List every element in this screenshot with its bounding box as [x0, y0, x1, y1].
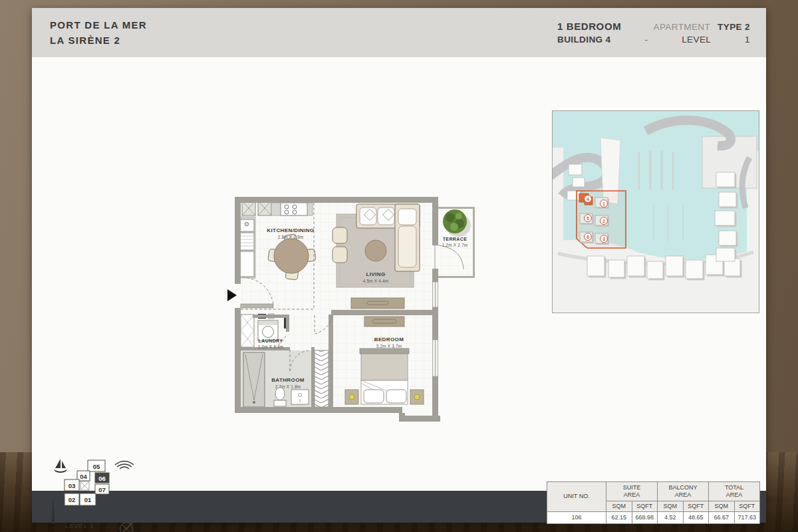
area-table: UNIT NO. SUITE AREA BALCONY AREA TOTAL A… [547, 481, 760, 524]
badge-building-6: 6 [587, 235, 589, 239]
cell-suite-sqm: 62.15 [606, 512, 632, 524]
highlight-zone: 4 1 5 2 6 3 [577, 191, 626, 248]
waves-logo-icon [115, 462, 134, 469]
level-indicator: LEVEL 1 [65, 523, 94, 529]
level-label: LEVEL [682, 35, 711, 45]
unit-02: 02 [68, 496, 76, 503]
unit-05: 05 [93, 463, 100, 470]
sailboat-icon [54, 459, 67, 473]
coffee-table [365, 240, 386, 261]
label-laundry: LAUNDRY [259, 338, 283, 343]
cell-unit-no: 106 [547, 512, 606, 524]
dims-bathroom: 2.7m X 1.8m [275, 384, 301, 389]
compass-icon [120, 523, 133, 532]
dims-living: 4.5m X 4.4m [363, 279, 388, 283]
badge-building-5: 5 [587, 216, 589, 221]
dims-bedroom: 3.2m X 3.7m [376, 344, 402, 348]
bed [360, 348, 409, 404]
tv-console [351, 298, 404, 309]
building-value: BUILDING 4 [557, 35, 611, 45]
balcony-sqm-header: SQM [658, 501, 684, 512]
burj-spire-icon [52, 499, 55, 523]
washer [258, 321, 278, 340]
unit-type: 1 BEDROOM [557, 21, 621, 32]
unit-07: 07 [98, 486, 106, 493]
toilet [274, 388, 286, 407]
unit-info-row2: BUILDING 4 - LEVEL 1 [557, 35, 750, 45]
badge-building-1: 1 [602, 201, 605, 206]
cell-total-sqm: 66.67 [709, 512, 735, 524]
site-map: 4 1 5 2 6 3 [552, 110, 759, 313]
cell-suite-sqft: 668.98 [632, 512, 658, 524]
balcony-sqft-header: SQFT [683, 501, 709, 512]
total-sqft-header: SQFT [734, 501, 760, 512]
brochure-page: PORT DE LA MER LA SIRÈNE 2 1 BEDROOM APA… [32, 8, 766, 523]
col-total-area: TOTAL AREA [709, 482, 760, 501]
col-unit-no: UNIT NO. [547, 482, 606, 512]
key-plan: 05 04 06 03 07 02 01 LEVEL 1 N [47, 455, 140, 532]
project-title: PORT DE LA MER LA SIRÈNE 2 [50, 17, 147, 49]
type-value: TYPE 2 [718, 22, 750, 32]
cell-balcony-sqft: 48.65 [683, 512, 709, 524]
page-header: PORT DE LA MER LA SIRÈNE 2 1 BEDROOM APA… [32, 8, 766, 57]
unit-06: 06 [98, 475, 106, 482]
shaft [315, 350, 329, 407]
label-bathroom: BATHROOM [271, 377, 305, 383]
page-body: KITCHEN/DINING 2.8m X 2.9m LIVING 4.5m X… [32, 57, 766, 491]
entry-arrow-icon [227, 289, 237, 301]
bathroom-sink [291, 390, 309, 404]
project-title-line1: PORT DE LA MER [50, 17, 147, 33]
unit-info: 1 BEDROOM APARTMENT TYPE 2 BUILDING 4 - … [557, 21, 750, 45]
label-bedroom: BEDROOM [374, 336, 404, 342]
dims-kitchen: 2.8m X 2.9m [278, 235, 303, 239]
suite-sqft-header: SQFT [632, 501, 658, 512]
dims-laundry: 1.0m X 1.4m [258, 344, 283, 349]
unit-03: 03 [68, 482, 76, 489]
table-row: 106 62.15 668.98 4.52 48.65 66.67 717.63 [547, 512, 760, 524]
desert-background: PORT DE LA MER LA SIRÈNE 2 1 BEDROOM APA… [0, 0, 798, 532]
level-value: 1 [745, 35, 750, 45]
floor-plan: KITCHEN/DINING 2.8m X 2.9m LIVING 4.5m X… [226, 192, 482, 425]
cell-total-sqft: 717.63 [734, 512, 760, 524]
total-sqm-header: SQM [709, 501, 735, 512]
suite-sqm-header: SQM [606, 501, 632, 512]
separator: - [644, 35, 648, 45]
badge-building-2: 2 [602, 219, 605, 223]
entry-door-leaf [241, 304, 273, 308]
label-living: LIVING [366, 271, 385, 277]
dims-terrace: 1.2m X 2.7m [442, 243, 467, 247]
unit-04: 04 [80, 473, 87, 480]
apartment-label: APARTMENT [654, 22, 710, 32]
bedroom-dresser [364, 317, 404, 327]
badge-building-3: 3 [602, 237, 605, 241]
badge-building-4: 4 [587, 197, 589, 201]
unit-01: 01 [84, 496, 92, 503]
project-title-line2: LA SIRÈNE 2 [50, 33, 147, 48]
label-terrace: TERRACE [443, 237, 467, 241]
col-balcony-area: BALCONY AREA [658, 482, 709, 501]
north-label: N [134, 518, 137, 523]
unit-info-row1: 1 BEDROOM APARTMENT TYPE 2 [557, 21, 750, 32]
apartment-type: APARTMENT TYPE 2 [654, 22, 750, 32]
wardrobe [241, 315, 254, 347]
shower [243, 352, 265, 407]
col-suite-area: SUITE AREA [606, 482, 658, 501]
label-kitchen: KITCHEN/DINING [267, 227, 314, 233]
cell-balcony-sqm: 4.52 [658, 512, 684, 524]
